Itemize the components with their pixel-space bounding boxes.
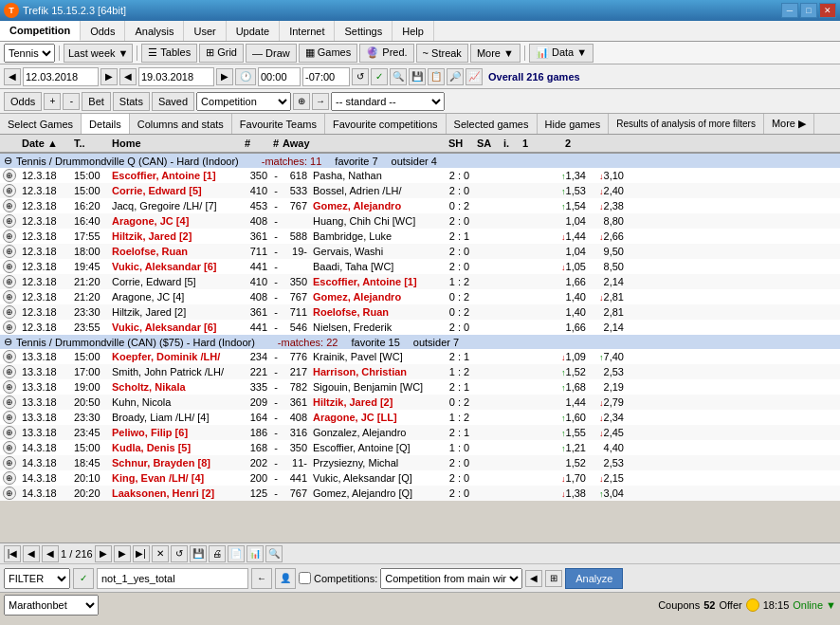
th-score[interactable] [412,142,446,144]
next-page-btn2[interactable]: ▶ [95,545,112,562]
draw-button[interactable]: — Draw [246,44,297,63]
comp-left-btn[interactable]: ◀ [525,570,542,587]
row-expand[interactable]: ⊕ [0,304,19,320]
pred-button[interactable]: 🔮 Pred. [359,44,413,63]
tab-hide-games[interactable]: Hide games [538,114,610,134]
group-expand-1[interactable]: ⊖ [4,155,12,167]
chart2-btn[interactable]: 📊 [247,545,264,562]
stop-btn[interactable]: ✕ [152,545,169,562]
row-expand[interactable]: ⊕ [0,395,19,410]
row-expand[interactable]: ⊕ [0,183,19,198]
prev-page-btn[interactable]: ◀ [23,545,40,562]
stats-button[interactable]: Stats [113,92,150,111]
bookmaker-selector[interactable]: Marathonbet [4,595,99,616]
th-i[interactable]: i. [501,137,520,150]
tab-favourite-teams[interactable]: Favourite Teams [232,114,325,134]
period-selector[interactable]: Last week ▼ [64,44,133,63]
th-odd1[interactable]: 1 [520,137,562,150]
row-expand[interactable]: ⊕ [0,410,19,425]
time-from-input[interactable] [258,67,301,86]
row-expand[interactable]: ⊕ [0,440,19,455]
menu-settings[interactable]: Settings [335,21,393,41]
th-homenum[interactable]: # [242,137,270,150]
filter-arrow-btn[interactable]: ← [251,568,272,589]
tab-select-games[interactable]: Select Games [0,114,82,134]
minus-btn[interactable]: - [63,93,80,110]
row-expand[interactable]: ⊕ [0,198,19,213]
th-hash[interactable]: # [270,137,280,150]
menu-competition[interactable]: Competition [0,21,81,41]
filter-confirm-btn[interactable]: ✓ [73,568,94,589]
next-date-to-btn[interactable]: ▶ [216,68,233,85]
minimize-button[interactable]: ─ [781,3,798,18]
tab-results-analysis[interactable]: Results of analysis of more filters [609,114,764,134]
next-date-from-btn[interactable]: ▶ [100,68,118,85]
filter-type-selector[interactable]: FILTER [4,568,70,589]
sport-selector[interactable]: Tennis [4,44,55,63]
th-date[interactable]: Date ▲ [19,137,71,150]
last-page-btn[interactable]: ▶| [133,545,150,562]
th-time[interactable]: T.. [71,137,109,150]
comp-grid-btn[interactable]: ⊞ [545,570,562,587]
tab-columns-stats[interactable]: Columns and stats [130,114,232,134]
row-expand[interactable]: ⊕ [0,486,19,501]
menu-odds[interactable]: Odds [81,21,125,41]
prev-page-btn2[interactable]: ◀ [42,545,59,562]
row-expand[interactable]: ⊕ [0,229,19,244]
row-expand[interactable]: ⊕ [0,289,19,304]
copy-btn[interactable]: 📋 [428,68,445,85]
competitions-dropdown[interactable]: Competition from main winc [380,568,522,589]
maximize-button[interactable]: □ [800,3,817,18]
row-expand[interactable]: ⊕ [0,425,19,440]
more-button[interactable]: More ▼ [470,44,520,63]
save2-btn[interactable]: 💾 [190,545,207,562]
menu-analysis[interactable]: Analysis [125,21,184,41]
tab-more[interactable]: More ▶ [764,114,814,134]
competitions-checkbox[interactable] [299,572,311,584]
row-expand[interactable]: ⊕ [0,213,19,229]
row-expand[interactable]: ⊕ [0,274,19,289]
th-sh[interactable]: SH [446,137,474,150]
competition-selector[interactable]: Competition [196,92,291,111]
tables-button[interactable]: ☰ Tables [141,44,197,63]
filter-btn[interactable]: 🔍 [390,68,407,85]
th-odd2[interactable]: 2 [562,137,600,150]
streak-button[interactable]: ~ Streak [416,44,468,63]
row-expand[interactable]: ⊕ [0,259,19,274]
export-btn[interactable]: 📄 [228,545,245,562]
data-button[interactable]: 📊 Data ▼ [529,44,593,63]
tab-details[interactable]: Details [82,114,130,134]
row-expand[interactable]: ⊕ [0,244,19,259]
row-expand[interactable]: ⊕ [0,364,19,379]
odds-button[interactable]: Odds [4,92,42,111]
row-expand[interactable]: ⊕ [0,349,19,364]
saved-button[interactable]: Saved [152,92,194,111]
comp-arrow-btn[interactable]: → [312,93,329,110]
prev-date-btn[interactable]: ◀ [4,68,21,85]
th-away[interactable]: Away [280,137,412,150]
search-btn[interactable]: 🔎 [447,68,464,85]
first-page-btn[interactable]: |◀ [4,545,21,562]
date-to-input[interactable] [138,67,214,86]
save-btn[interactable]: 💾 [409,68,426,85]
row-expand[interactable]: ⊕ [0,320,19,335]
reload-btn[interactable]: ↺ [171,545,188,562]
chart-btn[interactable]: 📈 [466,68,483,85]
next-page-btn[interactable]: ▶ [114,545,131,562]
analyze-button[interactable]: Analyze [565,568,623,589]
print-btn[interactable]: 🖨 [209,545,226,562]
games-button[interactable]: ▦ Games [299,44,358,63]
refresh-btn[interactable]: ↺ [352,68,369,85]
grid-button[interactable]: ⊞ Grid [199,44,244,63]
filter-icon-btn[interactable]: 👤 [275,568,296,589]
tab-selected-games[interactable]: Selected games [447,114,538,134]
row-expand[interactable]: ⊕ [0,455,19,470]
plus-btn[interactable]: + [44,93,61,110]
comp-icon-btn[interactable]: ⊕ [293,93,310,110]
row-expand[interactable]: ⊕ [0,470,19,486]
close-button[interactable]: ✕ [819,3,836,18]
time-to-input[interactable] [302,67,350,86]
group-expand-2[interactable]: ⊖ [4,336,12,348]
clock-btn[interactable]: 🕐 [235,68,256,85]
prev-date-to-btn[interactable]: ◀ [119,68,137,85]
